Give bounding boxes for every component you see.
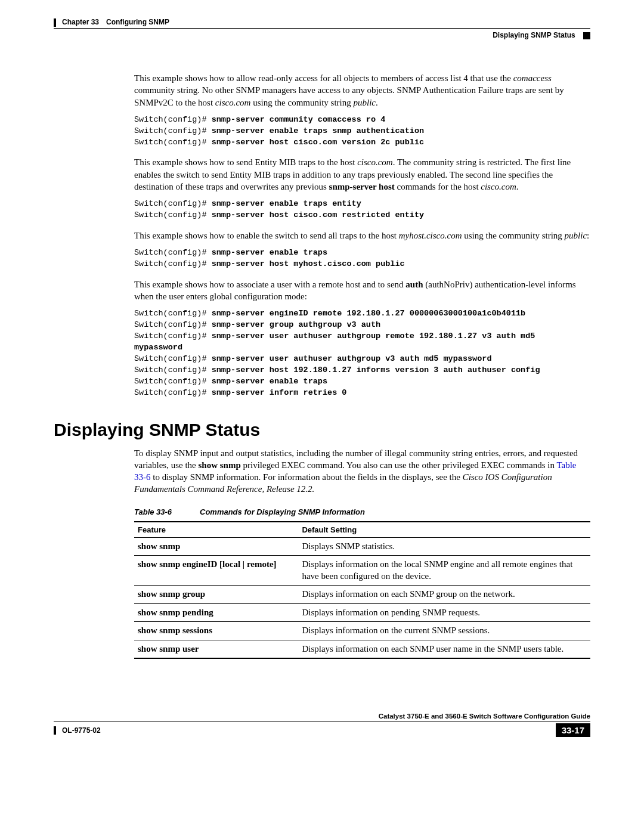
page-header: Chapter 33 Configuring SNMP	[54, 18, 590, 29]
table-cell-feature: show snmp engineID [local | remote]	[134, 556, 298, 586]
table-header-feature: Feature	[134, 522, 298, 538]
chapter-title: Configuring SNMP	[106, 18, 169, 26]
example-intro-3: This example shows how to enable the swi…	[134, 230, 590, 241]
commands-table: Feature Default Setting show snmp Displa…	[134, 521, 590, 659]
code-example-2: Switch(config)# snmp-server enable traps…	[134, 199, 590, 221]
table-cell-desc: Displays information on each SNMP group …	[298, 586, 590, 604]
section-title-text: Displaying SNMP Status	[493, 31, 575, 39]
table-header-default: Default Setting	[298, 522, 590, 538]
table-row: show snmp group Displays information on …	[134, 586, 590, 604]
header-accent-bar	[54, 18, 56, 27]
section-intro-paragraph: To display SNMP input and output statist…	[134, 447, 590, 496]
section-heading-displaying-snmp-status: Displaying SNMP Status	[54, 420, 590, 440]
footer-accent-bar	[54, 726, 56, 735]
header-end-marker-icon	[583, 32, 590, 39]
code-example-1: Switch(config)# snmp-server community co…	[134, 114, 590, 148]
page-footer: Catalyst 3750-E and 3560-E Switch Softwa…	[54, 713, 590, 737]
table-caption: Table 33-6Commands for Displaying SNMP I…	[134, 507, 590, 516]
table-row: show snmp engineID [local | remote] Disp…	[134, 556, 590, 586]
chapter-label: Chapter 33	[62, 18, 99, 26]
footer-doc-id: OL-9775-02	[62, 726, 101, 735]
page-number: 33-17	[556, 723, 590, 737]
table-cell-feature: show snmp	[134, 537, 298, 556]
table-cell-feature: show snmp user	[134, 640, 298, 658]
section-running-header: Displaying SNMP Status	[54, 31, 590, 39]
code-example-4: Switch(config)# snmp-server engineID rem…	[134, 308, 590, 398]
table-cell-feature: show snmp sessions	[134, 622, 298, 640]
footer-guide-title: Catalyst 3750-E and 3560-E Switch Softwa…	[54, 713, 590, 720]
table-row: show snmp pending Displays information o…	[134, 603, 590, 622]
table-row: show snmp sessions Displays information …	[134, 622, 590, 640]
table-cell-desc: Displays SNMP statistics.	[298, 537, 590, 556]
table-cell-feature: show snmp pending	[134, 603, 298, 622]
table-cell-desc: Displays information on pending SNMP req…	[298, 603, 590, 622]
code-example-3: Switch(config)# snmp-server enable traps…	[134, 247, 590, 270]
example-intro-1: This example shows how to allow read-onl…	[134, 72, 590, 109]
table-row: show snmp user Displays information on e…	[134, 640, 590, 658]
table-cell-desc: Displays information on the current SNMP…	[298, 622, 590, 640]
table-cell-desc: Displays information on each SNMP user n…	[298, 640, 590, 658]
table-header-row: Feature Default Setting	[134, 522, 590, 538]
table-row: show snmp Displays SNMP statistics.	[134, 537, 590, 556]
example-intro-4: This example shows how to associate a us…	[134, 278, 590, 303]
example-intro-2: This example shows how to send Entity MI…	[134, 156, 590, 193]
table-cell-feature: show snmp group	[134, 586, 298, 604]
table-cell-desc: Displays information on the local SNMP e…	[298, 556, 590, 586]
